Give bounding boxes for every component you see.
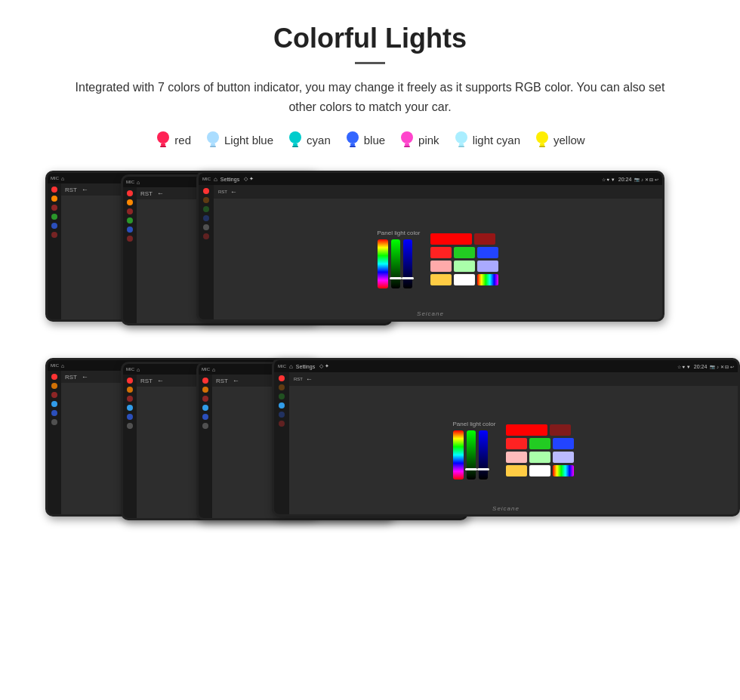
svg-point-18 — [536, 131, 548, 143]
color-item-lightcyan: light cyan — [453, 130, 520, 150]
svg-rect-7 — [293, 143, 298, 146]
svg-point-6 — [289, 131, 301, 143]
device-3-main: MIC ⌂ Settings ◇ ✦ ☆ ♥ ▼ 20:24 📷 ♪ ✕ ⊟ ↩ — [196, 171, 664, 322]
color-label-pink: pink — [418, 134, 439, 146]
seicane-label-3: Seicane — [417, 310, 444, 317]
color-item-blue: blue — [344, 130, 385, 150]
panel-light-label-2: Panel light color — [453, 421, 496, 427]
color-labels-row: red Light blue cyan — [30, 130, 710, 150]
svg-point-3 — [207, 131, 219, 143]
page-title: Colorful Lights — [30, 23, 710, 54]
color-label-red: red — [174, 134, 191, 146]
bulb-icon-blue — [344, 130, 361, 150]
svg-rect-5 — [210, 146, 216, 147]
svg-rect-4 — [211, 143, 215, 146]
svg-rect-2 — [160, 146, 166, 147]
svg-rect-1 — [161, 143, 165, 146]
panel-light-label: Panel light color — [378, 230, 421, 236]
color-item-lightblue: Light blue — [205, 130, 273, 150]
bulb-icon-red — [155, 130, 171, 150]
svg-rect-16 — [459, 143, 464, 146]
svg-point-15 — [455, 131, 467, 143]
color-label-lightblue: Light blue — [224, 134, 273, 146]
color-label-lightcyan: light cyan — [473, 134, 520, 146]
top-device-group: MIC ⌂ Settings — [30, 171, 710, 337]
bulb-icon-cyan — [287, 130, 304, 150]
bulb-icon-yellow — [534, 130, 550, 150]
title-divider — [355, 62, 385, 64]
color-label-cyan: cyan — [307, 134, 331, 146]
color-item-cyan: cyan — [287, 130, 331, 150]
bottom-device-group: MIC ⌂ Settings — [30, 358, 710, 539]
device-7-main: MIC ⌂ Settings ◇ ✦ ☆ ♥ ▼ 20:24 📷 ♪ ✕ ⊟ ↩ — [272, 358, 740, 517]
color-label-yellow: yellow — [553, 134, 585, 146]
svg-rect-20 — [539, 146, 545, 147]
svg-rect-17 — [458, 146, 464, 147]
bulb-icon-lightcyan — [453, 130, 470, 150]
svg-point-9 — [347, 131, 359, 143]
svg-point-0 — [157, 131, 169, 143]
svg-rect-19 — [540, 143, 544, 146]
bulb-icon-pink — [399, 130, 415, 150]
description-text: Integrated with 7 colors of button indic… — [60, 78, 680, 116]
color-item-pink: pink — [399, 130, 439, 150]
color-label-blue: blue — [364, 134, 385, 146]
seicane-label-7: Seicane — [492, 505, 520, 512]
svg-rect-8 — [292, 146, 298, 147]
svg-rect-10 — [350, 143, 355, 146]
svg-rect-14 — [404, 146, 410, 147]
color-item-yellow: yellow — [534, 130, 585, 150]
color-item-red: red — [155, 130, 191, 150]
bulb-icon-lightblue — [205, 130, 221, 150]
page-container: Colorful Lights Integrated with 7 colors… — [0, 0, 740, 583]
svg-rect-13 — [405, 143, 409, 146]
svg-point-12 — [401, 131, 413, 143]
svg-rect-11 — [350, 146, 356, 147]
